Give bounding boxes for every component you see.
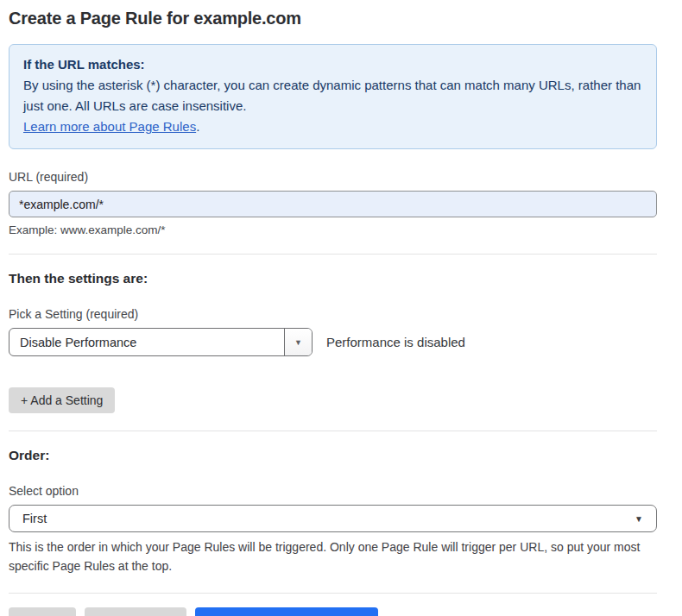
- info-box-body: By using the asterisk (*) character, you…: [23, 75, 642, 116]
- info-box-heading: If the URL matches:: [23, 54, 642, 75]
- setting-status-text: Performance is disabled: [326, 335, 465, 349]
- learn-more-link[interactable]: Learn more about Page Rules: [23, 119, 196, 134]
- cancel-button[interactable]: Cancel: [9, 607, 76, 616]
- info-box-link-line: Learn more about Page Rules.: [23, 116, 642, 137]
- link-suffix: .: [196, 119, 199, 134]
- order-select-value: First: [22, 512, 47, 525]
- setting-row: Disable Performance ▼ Performance is dis…: [9, 328, 657, 356]
- footer-actions: Cancel Save as Draft Save and Deploy Pag…: [9, 607, 657, 616]
- save-and-deploy-button[interactable]: Save and Deploy Page Rule: [195, 607, 378, 616]
- order-select[interactable]: First ▼: [9, 505, 657, 532]
- url-field-label: URL (required): [9, 170, 657, 184]
- setting-dropdown[interactable]: Disable Performance ▼: [9, 328, 313, 356]
- order-select-label: Select option: [9, 484, 657, 498]
- add-setting-button[interactable]: + Add a Setting: [9, 387, 115, 413]
- divider: [9, 254, 657, 255]
- save-as-draft-button[interactable]: Save as Draft: [85, 607, 187, 616]
- order-section-heading: Order:: [9, 448, 657, 463]
- dropdown-arrow-button[interactable]: ▼: [284, 329, 312, 355]
- chevron-down-icon: ▼: [635, 514, 643, 524]
- settings-section-heading: Then the settings are:: [9, 271, 657, 286]
- chevron-down-icon: ▼: [294, 338, 302, 347]
- url-example-hint: Example: www.example.com/*: [9, 223, 657, 236]
- url-matches-info-box: If the URL matches: By using the asteris…: [9, 44, 657, 149]
- pick-setting-label: Pick a Setting (required): [9, 307, 657, 321]
- url-input[interactable]: [9, 191, 657, 217]
- divider: [9, 431, 657, 431]
- divider: [9, 593, 657, 594]
- page-title: Create a Page Rule for example.com: [9, 7, 657, 29]
- setting-dropdown-value: Disable Performance: [9, 329, 284, 355]
- order-hint-text: This is the order in which your Page Rul…: [9, 537, 657, 575]
- create-page-rule-form: Create a Page Rule for example.com If th…: [9, 0, 657, 616]
